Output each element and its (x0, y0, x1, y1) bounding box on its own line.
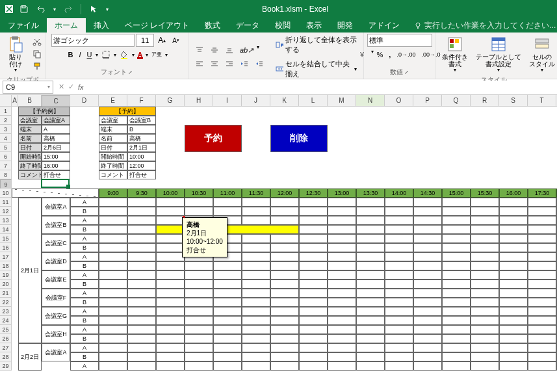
col-header-D[interactable]: D (70, 95, 99, 107)
cursor-icon[interactable] (86, 3, 101, 15)
increase-decimal-icon[interactable]: .0→.00 (394, 49, 418, 60)
delete-button[interactable]: 削除 (270, 125, 328, 152)
col-header-E[interactable]: E (99, 95, 127, 107)
increase-font-icon[interactable]: A▴ (155, 34, 168, 46)
font-color-icon[interactable]: A (135, 49, 146, 60)
cancel-formula-icon[interactable]: ✕ (58, 83, 64, 91)
select-all-corner[interactable] (0, 95, 12, 107)
col-header-R[interactable]: R (471, 95, 499, 107)
row-header-2[interactable]: 2 (0, 116, 12, 125)
row-header-17[interactable]: 17 (0, 252, 12, 261)
tab-view[interactable]: 表示 (298, 18, 330, 33)
increase-indent-icon[interactable] (252, 58, 266, 70)
row-header-7[interactable]: 7 (0, 161, 12, 170)
accounting-format-icon[interactable]: ¥ (356, 49, 370, 60)
comma-icon[interactable]: , (386, 49, 393, 60)
tab-home[interactable]: ホーム (47, 18, 86, 33)
tell-me-search[interactable]: 実行したい作業を入力してください... (414, 18, 556, 33)
copy-icon[interactable] (30, 48, 44, 60)
row-header-28[interactable]: 28 (0, 352, 12, 361)
row-header-8[interactable]: 8 (0, 170, 12, 179)
qat-customize-icon[interactable]: ▾ (103, 5, 111, 14)
col-header-H[interactable]: H (185, 95, 213, 107)
row-header-21[interactable]: 21 (0, 289, 12, 298)
col-header-Q[interactable]: Q (442, 95, 471, 107)
fill-color-icon[interactable] (117, 49, 131, 60)
phonetic-icon[interactable]: ア亜 (149, 50, 164, 59)
reserve-button[interactable]: 予約 (185, 125, 242, 152)
tab-addins[interactable]: アドイン (361, 18, 408, 33)
row-header-3[interactable]: 3 (0, 125, 12, 134)
col-header-S[interactable]: S (499, 95, 528, 107)
worksheet[interactable]: ABCDEFGHIJKLMNOPQRSTU 123456789101112131… (0, 95, 557, 392)
row-header-24[interactable]: 24 (0, 316, 12, 325)
name-box[interactable]: C9▾ (3, 81, 53, 94)
align-center-icon[interactable] (207, 58, 222, 70)
conditional-format-button[interactable]: 条件付き 書式▾ (439, 34, 471, 75)
cell-styles-button[interactable]: セルの スタイル▾ (526, 34, 557, 75)
undo-dropdown-icon[interactable]: ▾ (51, 5, 58, 14)
col-header-P[interactable]: P (413, 95, 442, 107)
col-header-B[interactable]: B (18, 95, 42, 107)
row-header-29[interactable]: 29 (0, 361, 12, 371)
row-header-26[interactable]: 26 (0, 334, 12, 343)
col-header-L[interactable]: L (299, 95, 328, 107)
cut-icon[interactable] (30, 36, 44, 47)
font-size-select[interactable] (136, 34, 154, 47)
row-header-13[interactable]: 13 (0, 216, 12, 225)
tab-review[interactable]: 校閲 (267, 18, 298, 33)
col-header-N[interactable]: N (356, 95, 385, 107)
row-header-15[interactable]: 15 (0, 234, 12, 243)
merge-center-button[interactable]: セルを結合して中央揃え ▾ (273, 58, 359, 80)
row-header-25[interactable]: 25 (0, 325, 12, 334)
row-header-12[interactable]: 12 (0, 207, 12, 216)
save-icon[interactable] (17, 3, 31, 15)
col-header-F[interactable]: F (127, 95, 156, 107)
row-header-27[interactable]: 27 (0, 343, 12, 352)
col-header-A[interactable]: A (12, 95, 18, 107)
col-header-J[interactable]: J (242, 95, 270, 107)
align-left-icon[interactable] (192, 58, 207, 70)
tab-formulas[interactable]: 数式 (197, 18, 228, 33)
row-header-10[interactable]: 10 (0, 189, 12, 198)
row-header-19[interactable]: 19 (0, 270, 12, 280)
align-top-icon[interactable] (192, 44, 207, 56)
align-right-icon[interactable] (222, 58, 237, 70)
row-header-9[interactable]: 9 (0, 179, 12, 189)
wrap-text-button[interactable]: 折り返して全体を表示する (273, 34, 359, 56)
enter-formula-icon[interactable]: ✓ (68, 83, 74, 91)
fx-icon[interactable]: fx (78, 83, 84, 91)
undo-icon[interactable] (34, 3, 48, 15)
reservation-bar[interactable] (156, 225, 299, 234)
col-header-I[interactable]: I (213, 95, 242, 107)
col-header-C[interactable]: C (42, 95, 70, 108)
decrease-indent-icon[interactable] (237, 58, 252, 70)
col-header-K[interactable]: K (270, 95, 299, 107)
align-middle-icon[interactable] (207, 44, 222, 56)
percent-icon[interactable]: % (374, 49, 386, 60)
font-name-select[interactable] (51, 34, 135, 47)
tab-pagelayout[interactable]: ページ レイアウト (117, 18, 197, 33)
paste-button[interactable]: 貼り付け ▾ (4, 34, 27, 75)
format-as-table-button[interactable]: テーブルとして 書式設定▾ (473, 34, 524, 75)
underline-button[interactable]: U (84, 49, 95, 60)
col-header-M[interactable]: M (328, 95, 356, 107)
tab-developer[interactable]: 開発 (330, 18, 361, 33)
tab-file[interactable]: ファイル (0, 18, 47, 33)
row-header-23[interactable]: 23 (0, 307, 12, 316)
row-header-4[interactable]: 4 (0, 134, 12, 143)
number-format-select[interactable] (367, 34, 432, 47)
redo-icon[interactable] (61, 3, 75, 15)
row-header-14[interactable]: 14 (0, 225, 12, 234)
italic-button[interactable]: I (76, 49, 83, 60)
row-header-22[interactable]: 22 (0, 298, 12, 307)
col-header-G[interactable]: G (156, 95, 185, 107)
tab-insert[interactable]: 挿入 (86, 18, 117, 33)
decrease-font-icon[interactable]: A▾ (170, 36, 182, 46)
row-header-6[interactable]: 6 (0, 152, 12, 161)
orientation-icon[interactable]: ab↗ (237, 44, 256, 56)
active-cell[interactable] (42, 179, 70, 189)
col-header-O[interactable]: O (385, 95, 413, 107)
row-header-18[interactable]: 18 (0, 261, 12, 270)
border-icon[interactable] (99, 49, 113, 60)
